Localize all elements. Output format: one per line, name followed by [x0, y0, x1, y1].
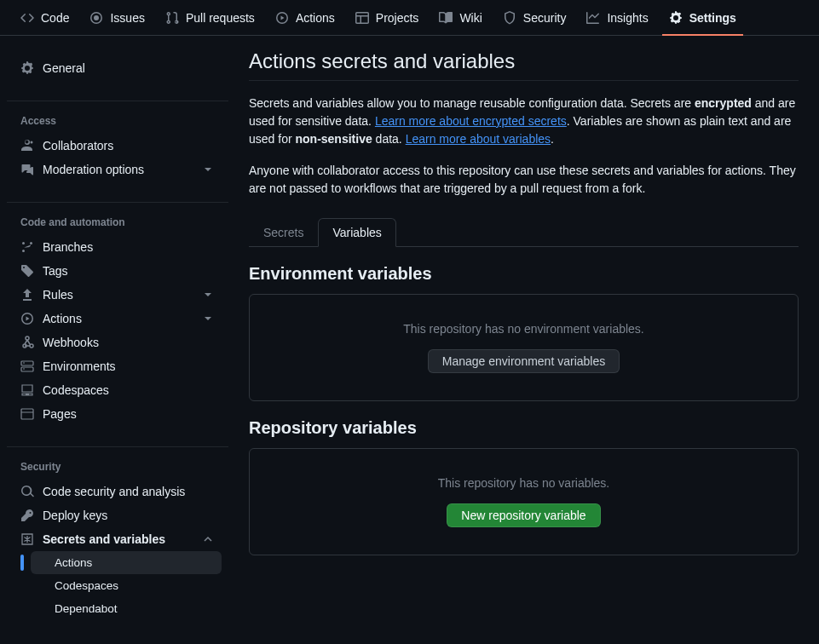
chevron-down-icon [201, 288, 215, 302]
repo-push-icon [20, 288, 34, 302]
environment-variables-box: This repository has no environment varia… [249, 294, 799, 401]
intro-seg: Secrets and variables allow you to manag… [249, 96, 695, 110]
sidebar-item-label: Actions [43, 312, 82, 325]
chevron-up-icon [201, 532, 215, 546]
code-icon [20, 11, 34, 25]
nav-security[interactable]: Security [496, 0, 574, 35]
nav-code-label: Code [41, 11, 69, 25]
sidebar-item-moderation[interactable]: Moderation options [14, 158, 222, 181]
comment-discussion-icon [20, 163, 34, 176]
sidebar-item-branches[interactable]: Branches [14, 235, 222, 259]
sidebar-item-label: Code security and analysis [43, 485, 185, 498]
nav-actions-label: Actions [296, 11, 335, 25]
sidebar-item-label: Dependabot [55, 602, 118, 615]
nav-code[interactable]: Code [14, 0, 76, 35]
nav-insights[interactable]: Insights [580, 0, 655, 35]
issue-icon [89, 11, 103, 25]
heading-environment-variables: Environment variables [249, 264, 799, 284]
people-icon [20, 139, 34, 152]
sidebar-item-code-security[interactable]: Code security and analysis [14, 480, 222, 503]
sidebar-item-tags[interactable]: Tags [14, 259, 222, 283]
sidebar-subgroup-secrets: Actions Codespaces Dependabot [14, 551, 222, 620]
manage-environment-variables-button[interactable]: Manage environment variables [428, 349, 620, 373]
browser-icon [20, 407, 34, 421]
sidebar-heading-access: Access [14, 115, 222, 134]
sidebar-heading-security: Security [14, 461, 222, 480]
sidebar-item-label: Actions [55, 556, 92, 569]
nav-issues[interactable]: Issues [83, 0, 151, 35]
sidebar-item-label: Branches [43, 240, 93, 254]
sidebar-item-secrets-variables[interactable]: Secrets and variables [14, 527, 222, 551]
intro-seg: . [551, 132, 554, 146]
sidebar-item-webhooks[interactable]: Webhooks [14, 331, 222, 354]
sidebar-item-label: Rules [43, 288, 73, 302]
sidebar-item-codespaces[interactable]: Codespaces [14, 378, 222, 402]
repo-empty-text: This repository has no variables. [263, 476, 784, 490]
repo-nav: Code Issues Pull requests Actions Projec… [0, 0, 819, 36]
git-branch-icon [20, 240, 34, 254]
book-icon [439, 11, 453, 25]
sidebar-item-deploy-keys[interactable]: Deploy keys [14, 503, 222, 527]
codescan-icon [20, 485, 34, 498]
new-repository-variable-button[interactable]: New repository variable [447, 503, 600, 527]
play-icon [275, 11, 289, 25]
settings-sidebar: General Access Collaborators Moderation … [0, 36, 235, 644]
sidebar-item-label: Secrets and variables [43, 532, 165, 546]
sidebar-item-environments[interactable]: Environments [14, 354, 222, 378]
sidebar-item-label: Pages [43, 407, 77, 421]
intro-strong: non-sensitive [295, 132, 372, 146]
nav-pull-requests[interactable]: Pull requests [159, 0, 262, 35]
sidebar-item-rules[interactable]: Rules [14, 283, 222, 307]
sidebar-item-pages[interactable]: Pages [14, 402, 222, 426]
table-icon [355, 11, 369, 25]
sidebar-item-actions[interactable]: Actions [14, 307, 222, 331]
sidebar-subitem-dependabot[interactable]: Dependabot [31, 597, 222, 620]
link-encrypted-secrets[interactable]: Learn more about encrypted secrets [375, 114, 567, 128]
repository-variables-box: This repository has no variables. New re… [249, 448, 799, 555]
nav-settings-label: Settings [689, 11, 736, 25]
nav-wiki-label: Wiki [459, 11, 482, 25]
nav-insights-label: Insights [607, 11, 648, 25]
heading-repository-variables: Repository variables [249, 418, 799, 438]
link-variables[interactable]: Learn more about variables [406, 132, 551, 146]
page-title: Actions secrets and variables [249, 49, 799, 81]
intro-strong: encrypted [695, 96, 752, 110]
intro-paragraph-2: Anyone with collaborator access to this … [249, 162, 799, 198]
graph-icon [586, 11, 600, 25]
tag-icon [20, 264, 34, 278]
codespaces-icon [20, 383, 34, 397]
nav-security-label: Security [523, 11, 567, 25]
webhook-icon [20, 336, 34, 349]
sidebar-item-label: Moderation options [43, 163, 144, 176]
sidebar-subitem-actions[interactable]: Actions [31, 551, 222, 574]
sidebar-item-label: Codespaces [43, 383, 109, 397]
tab-secrets[interactable]: Secrets [249, 218, 318, 247]
nav-actions[interactable]: Actions [268, 0, 342, 35]
sidebar-item-label: Environments [43, 359, 116, 373]
key-asterisk-icon [20, 532, 34, 546]
nav-projects[interactable]: Projects [349, 0, 426, 35]
sidebar-heading-code-auto: Code and automation [14, 216, 222, 235]
sidebar-item-label: General [43, 61, 85, 75]
sidebar-item-label: Collaborators [43, 139, 113, 152]
tab-variables[interactable]: Variables [318, 218, 395, 247]
gear-icon [20, 61, 34, 75]
sidebar-item-general[interactable]: General [14, 56, 222, 80]
nav-projects-label: Projects [376, 11, 419, 25]
key-icon [20, 509, 34, 522]
gear-icon [669, 11, 683, 25]
sidebar-subitem-codespaces[interactable]: Codespaces [31, 574, 222, 597]
main-content: Actions secrets and variables Secrets an… [235, 36, 819, 644]
chevron-down-icon [201, 163, 215, 176]
intro-seg: data. [372, 132, 406, 146]
secrets-variables-tabs: Secrets Variables [249, 218, 799, 247]
shield-icon [503, 11, 516, 25]
chevron-down-icon [201, 312, 215, 325]
intro-text: Secrets and variables allow you to manag… [249, 95, 799, 198]
nav-wiki[interactable]: Wiki [432, 0, 488, 35]
env-empty-text: This repository has no environment varia… [263, 322, 784, 336]
sidebar-item-label: Deploy keys [43, 509, 107, 522]
nav-settings[interactable]: Settings [662, 0, 743, 35]
sidebar-item-collaborators[interactable]: Collaborators [14, 134, 222, 158]
nav-issues-label: Issues [110, 11, 144, 25]
